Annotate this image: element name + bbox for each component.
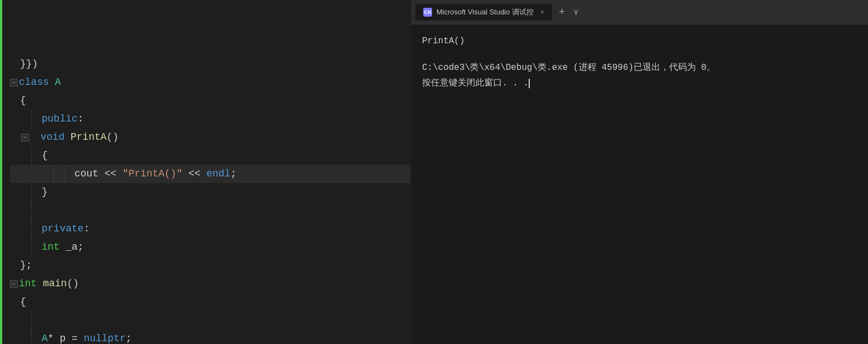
tab-label: Microsoft Visual Studio 调试控 [436,7,534,17]
code-editor: }})−class A{public:−void PrintA(){cout <… [0,0,411,344]
code-line: }; [10,256,411,275]
token: main [43,275,67,293]
token: PrintA [71,128,107,146]
tab-icon: CN [423,8,432,17]
token: << [104,165,122,183]
token: : [78,110,84,128]
code-line: { [10,92,411,110]
code-line: −int main() [10,275,411,293]
code-line: { [10,146,411,165]
token: private [42,220,84,238]
code-line: }}) [10,55,411,73]
tab-add-button[interactable]: + [555,7,568,18]
code-line: } [10,183,411,201]
code-line: −void PrintA() [10,128,411,146]
token: () [107,128,119,146]
cursor [529,79,530,88]
token: _a; [66,238,83,256]
token: { [20,92,26,110]
token: << [182,165,206,183]
terminal-line: C:\code3\类\x64\Debug\类.exe (进程 45996)已退出… [422,60,857,75]
token: nullptr [84,330,126,344]
token: () [67,275,79,293]
tab-close-button[interactable]: × [540,8,545,16]
token: } [42,183,48,201]
code-content: }})−class A{public:−void PrintA(){cout <… [0,0,411,344]
token: A [55,73,61,92]
token: "PrintA()" [122,165,182,183]
collapse-icon[interactable]: − [21,134,29,141]
token: int [42,238,66,256]
token: ; [230,165,237,183]
code-line: private: [10,220,411,238]
token: * p = [48,330,84,344]
terminal-tab-bar: CN Microsoft Visual Studio 调试控 × + ∨ [411,0,868,24]
code-line [10,311,411,330]
code-line: −class A [10,73,411,92]
terminal-line: PrintA() [422,33,857,49]
terminal-blank-line [422,49,857,60]
token: class [19,73,55,92]
terminal-panel: CN Microsoft Visual Studio 调试控 × + ∨ Pri… [411,0,868,344]
token: int [19,275,43,293]
code-line: A* p = nullptr; [10,330,411,344]
code-line: int _a; [10,238,411,256]
terminal-line: 按任意键关闭此窗口. . . [422,75,857,91]
collapse-icon[interactable]: − [10,280,18,288]
tab-dropdown-button[interactable]: ∨ [571,7,580,17]
token: void [41,128,71,146]
token: cout [74,165,104,183]
token: ; [126,330,132,344]
token: public [42,110,78,128]
code-line [10,201,411,220]
code-line: public: [10,110,411,128]
token: }; [20,256,32,275]
code-line: cout << "PrintA()" << endl; [10,165,411,183]
code-line: { [10,293,411,311]
token: : [84,220,90,238]
token: endl [207,165,230,183]
token: { [42,146,48,165]
terminal-tab[interactable]: CN Microsoft Visual Studio 调试控 × [415,4,552,21]
collapse-icon[interactable]: − [10,79,18,87]
terminal-output: PrintA()C:\code3\类\x64\Debug\类.exe (进程 4… [411,24,868,344]
token: { [20,293,26,311]
token: ) [32,55,38,73]
token: }} [20,55,32,73]
token: A [42,330,48,344]
